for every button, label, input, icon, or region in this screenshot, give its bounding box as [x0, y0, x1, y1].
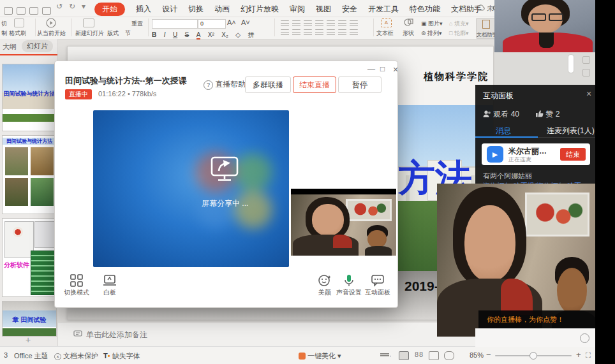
missing-font-status[interactable]: T• 缺失字体 [103, 351, 140, 361]
chat-input-bar[interactable] [475, 328, 596, 347]
tab-transition[interactable]: 切换 [188, 4, 204, 15]
reset-button[interactable]: 重置 [131, 20, 143, 28]
tab-view[interactable]: 视图 [316, 4, 331, 15]
switch-mode-button[interactable]: 切换模式 [59, 274, 94, 297]
new-slide-button[interactable]: 新建幻灯片 [75, 29, 104, 38]
tab-outline[interactable]: 大纲 [3, 42, 17, 52]
theme-label[interactable]: Office 主题 [14, 351, 48, 361]
panel-tool-icon-1[interactable] [582, 56, 590, 64]
slide-sorter-icon[interactable]: 88 [415, 351, 424, 358]
pinyin-button[interactable]: 拼 [248, 31, 254, 38]
fill-button[interactable]: ⌂ 填充▾ [449, 20, 468, 28]
zoom-slider[interactable] [495, 355, 572, 356]
tab-slideshow[interactable]: 幻灯片放映 [241, 4, 279, 15]
customize-caret-icon[interactable]: ▾ [82, 2, 85, 11]
outline-button[interactable]: □ 轮廓▾ [449, 29, 468, 38]
maximize-icon[interactable]: □ [380, 64, 385, 73]
font-name-combo[interactable] [152, 19, 198, 29]
arrange-button[interactable]: ⊜ 排列▾ [421, 29, 442, 38]
whiteboard-button[interactable]: 白板 [92, 274, 128, 297]
subscript-button[interactable]: X₂ [221, 31, 228, 38]
normal-view-icon[interactable] [399, 351, 409, 360]
textbox-button[interactable]: 文本框 [376, 29, 394, 38]
zoom-slider-thumb[interactable] [530, 352, 537, 360]
notes-toggle-icon[interactable]: · [380, 352, 392, 360]
add-slide-button[interactable]: + [19, 336, 37, 345]
screen-share-preview: 屏幕分享中 ... [93, 110, 289, 267]
align-icons-row[interactable] [281, 29, 358, 36]
tab-slides[interactable]: 幻灯片 [22, 40, 53, 52]
close-icon[interactable]: × [393, 64, 398, 75]
doc-assistant-button[interactable]: 文档助手 [476, 18, 496, 39]
end-mic-button[interactable]: 结束 [560, 148, 586, 161]
open-file-icon[interactable] [17, 4, 30, 16]
beauty-face-icon [318, 274, 332, 287]
slide-thumbnail-4[interactable]: 章 田间试验 [2, 301, 57, 337]
tab-design[interactable]: 设计 [162, 4, 177, 15]
pause-button[interactable]: 暂停 [338, 76, 382, 93]
panel-tool-icon-2[interactable] [582, 69, 590, 76]
beautify-button[interactable]: 一键美化 ▾ [299, 351, 341, 361]
panel-close-icon[interactable]: × [586, 89, 591, 99]
tab-animation[interactable]: 动画 [214, 4, 230, 15]
tab-security[interactable]: 安全 [342, 4, 357, 15]
letterbox-strip [595, 0, 615, 364]
font-color-button[interactable]: A [196, 31, 201, 40]
sidebar-accent-line [0, 54, 57, 55]
superscript-button[interactable]: X² [208, 31, 214, 38]
copy-button[interactable]: 制 [1, 29, 7, 38]
interact-panel-button[interactable]: 互动面板 [360, 274, 396, 297]
tab-insert[interactable]: 插入 [136, 4, 151, 15]
slides-sidebar: 大纲 幻灯片 田间试验与统计方法 田间试验与统计方法 分析软件 [0, 39, 58, 346]
slide-thumbnail-3[interactable]: 分析软件 [2, 218, 57, 297]
grow-font-button[interactable]: A˄ [227, 18, 236, 26]
print-icon[interactable] [42, 4, 56, 16]
panel-scrollbar[interactable] [568, 55, 574, 73]
reading-view-icon[interactable] [429, 351, 439, 360]
cut-button[interactable]: 切 [1, 20, 7, 28]
minimize-icon[interactable]: — [367, 64, 375, 73]
italic-button[interactable]: I [164, 31, 166, 38]
picture-button[interactable]: ▣ 图片▾ [421, 20, 443, 28]
play-from-current-icon [46, 18, 56, 28]
tab-mic-list[interactable]: 连麦列表(1人) [547, 126, 595, 136]
end-live-button[interactable]: 结束直播 [293, 76, 336, 93]
format-painter-button[interactable]: 格式刷 [9, 29, 26, 38]
tab-features[interactable]: 特色功能 [410, 4, 440, 15]
mic-connection-card: ▶ 米尔古丽… 正在连麦 结束 [482, 143, 590, 165]
layout-button[interactable]: 版式 [107, 29, 119, 38]
tab-messages[interactable]: 消息 [496, 126, 511, 136]
shape-button[interactable]: 形状 [403, 29, 414, 38]
tab-home[interactable]: 开始 [94, 3, 125, 16]
list-icons-row[interactable] [281, 20, 358, 27]
bold-button[interactable]: B [152, 31, 156, 38]
multi-group-button[interactable]: 多群联播 [245, 76, 291, 93]
play-from-current-button[interactable]: 从当前开始 [37, 29, 66, 38]
undo-icon[interactable]: ↺ [56, 2, 63, 11]
font-size-combo[interactable]: 0 [198, 19, 226, 29]
screen-share-icon [209, 155, 240, 184]
underline-button[interactable]: U [173, 31, 177, 38]
save-icon[interactable] [29, 4, 43, 16]
slide-thumbnail-1[interactable]: 田间试验与统计方法 [2, 64, 57, 131]
zoom-out-button[interactable]: − [486, 350, 491, 360]
like-toast-text: 你的直播棒，为你点赞！ [487, 315, 564, 324]
clear-format-button[interactable]: ◇ [235, 31, 241, 38]
slide-thumbnail-2[interactable]: 田间试验与统计方法 [2, 135, 57, 214]
section-button[interactable]: 节 [125, 29, 131, 38]
zoom-percent[interactable]: 85% [470, 351, 484, 359]
caller-face-big [464, 205, 515, 282]
fullscreen-icon[interactable]: ⛶ [586, 351, 591, 360]
emoji-icon[interactable] [580, 333, 589, 343]
tab-review[interactable]: 审阅 [290, 4, 305, 15]
redo-icon[interactable]: ↻ [69, 2, 75, 11]
slideshow-icon[interactable] [444, 351, 454, 360]
tab-devtools[interactable]: 开发工具 [368, 4, 399, 15]
protect-status[interactable]: × 文档未保护 [54, 351, 98, 361]
zoom-in-button[interactable]: + [576, 350, 581, 360]
strikethrough-button[interactable]: S [185, 31, 189, 38]
new-file-icon[interactable] [4, 4, 17, 16]
live-help-link[interactable]: ? 直播帮助 [204, 79, 246, 90]
document-icon [482, 20, 490, 29]
shrink-font-button[interactable]: A˅ [241, 18, 250, 26]
